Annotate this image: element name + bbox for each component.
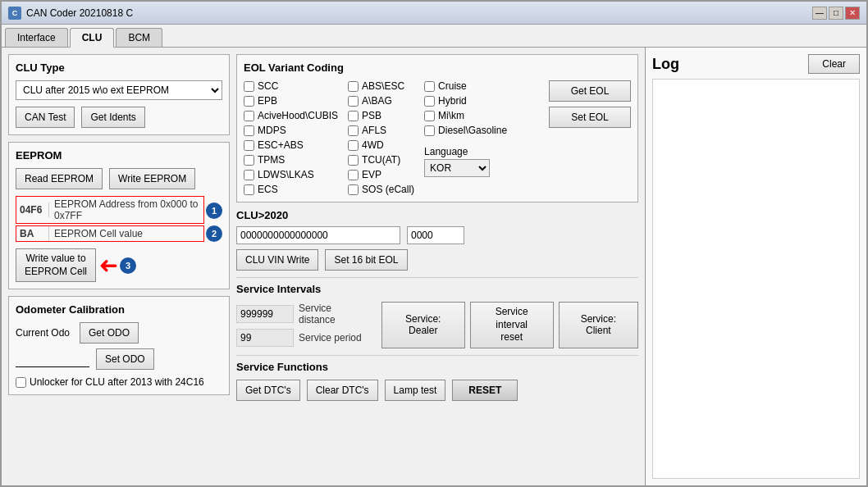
unlocker-checkbox-row: Unlocker for CLU after 2013 with 24C16 xyxy=(16,376,222,388)
clear-dtc-button[interactable]: Clear DTC's xyxy=(307,380,378,401)
title-bar: C CAN Coder 20210818 C — □ ✕ xyxy=(2,2,866,25)
maximize-button[interactable]: □ xyxy=(829,7,843,20)
service-interval-reset-button[interactable]: Service interval reset xyxy=(470,302,554,348)
language-section: Language KOR ENG xyxy=(424,146,507,177)
get-dtc-button[interactable]: Get DTC's xyxy=(236,380,300,401)
service-dealer-button[interactable]: Service: Dealer xyxy=(381,302,465,348)
eol-item-mikm: Mi\km xyxy=(424,110,507,121)
reset-button[interactable]: RESET xyxy=(452,380,518,401)
cb-tpms[interactable] xyxy=(244,155,254,166)
service-period-label: Service period xyxy=(299,332,362,344)
cb-abag[interactable] xyxy=(348,96,359,107)
set-eol-button[interactable]: Set EOL xyxy=(549,107,631,128)
eol-col3: Cruise Hybrid Mi\km Diesel\Gasoline Lang… xyxy=(424,80,507,195)
eol-item-evp: EVP xyxy=(348,169,414,180)
cb-evp[interactable] xyxy=(348,170,359,180)
cb-ecs[interactable] xyxy=(244,184,254,195)
eol-col2: ABS\ESC A\BAG PSB AFLS 4WD TCU(AT) EVP S… xyxy=(348,80,414,195)
cb-mdps[interactable] xyxy=(244,125,254,136)
right-column: EOL Variant Coding SCC EPB AciveHood\CUB… xyxy=(236,54,638,479)
title-buttons: — □ ✕ xyxy=(812,7,860,20)
eol-item-escabs: ESC+ABS xyxy=(244,139,338,151)
window-title: CAN Coder 20210818 C xyxy=(26,7,133,19)
odo-value-input[interactable] xyxy=(16,352,89,367)
cb-afls[interactable] xyxy=(348,125,359,136)
cb-absesc[interactable] xyxy=(348,81,359,92)
log-panel: Log Clear xyxy=(645,48,866,485)
language-dropdown[interactable]: KOR ENG xyxy=(424,159,490,177)
clu-type-dropdown[interactable]: CLU after 2015 w\o ext EEPROM xyxy=(16,80,222,100)
eol-section: EOL Variant Coding SCC EPB AciveHood\CUB… xyxy=(236,54,638,203)
clu2020-vin-input[interactable] xyxy=(236,226,400,244)
eol-item-hybrid: Hybrid xyxy=(424,95,507,107)
get-eol-button[interactable]: Get EOL xyxy=(549,80,631,102)
service-intervals-section: Service Intervals Service distance Servi… xyxy=(236,283,638,348)
read-eeprom-button[interactable]: Read EEPROM xyxy=(16,168,103,189)
service-client-button[interactable]: Service: Client xyxy=(559,302,638,348)
clu2020-btn-row: CLU VIN Write Set 16 bit EOL xyxy=(236,249,638,271)
get-odo-button[interactable]: Get ODO xyxy=(80,322,139,344)
title-bar-left: C CAN Coder 20210818 C xyxy=(8,7,133,20)
log-area[interactable] xyxy=(652,79,860,479)
tab-interface[interactable]: Interface xyxy=(5,28,68,47)
cb-sos[interactable] xyxy=(348,184,359,195)
clear-log-button[interactable]: Clear xyxy=(808,54,860,74)
lamp-test-button[interactable]: Lamp test xyxy=(385,380,446,401)
service-intervals-title: Service Intervals xyxy=(236,283,638,295)
eeprom-desc1: EEPROM Address from 0x000 to 0x7FF xyxy=(49,197,203,223)
eol-item-afls: AFLS xyxy=(348,125,414,136)
tab-clu[interactable]: CLU xyxy=(70,28,115,48)
eol-item-cruise: Cruise xyxy=(424,80,507,92)
eol-item-4wd: 4WD xyxy=(348,139,414,151)
unlocker-checkbox[interactable] xyxy=(16,377,26,388)
cb-hybrid[interactable] xyxy=(424,96,435,107)
set-odo-button[interactable]: Set ODO xyxy=(96,348,154,370)
can-test-button[interactable]: CAN Test xyxy=(16,107,75,128)
cb-tcuat[interactable] xyxy=(348,155,359,166)
cb-diesel[interactable] xyxy=(424,125,435,136)
get-idents-button[interactable]: Get Idents xyxy=(81,107,144,128)
eeprom-row1: 04F6 EEPROM Address from 0x000 to 0x7FF xyxy=(16,196,204,224)
current-odo-label: Current Odo xyxy=(16,327,73,339)
eol-item-psb: PSB xyxy=(348,110,414,121)
minimize-button[interactable]: — xyxy=(812,7,827,20)
cb-escabs[interactable] xyxy=(244,140,254,151)
cb-acivehood[interactable] xyxy=(244,111,254,121)
eol-columns: SCC EPB AciveHood\CUBIS MDPS ESC+ABS TPM… xyxy=(244,80,542,195)
eol-item-abag: A\BAG xyxy=(348,95,414,107)
cb-ldws[interactable] xyxy=(244,170,254,180)
clu2020-small-input[interactable] xyxy=(407,226,464,244)
write-eeprom-button[interactable]: Write EEPROM xyxy=(109,168,195,189)
eeprom-addr1: 04F6 xyxy=(16,203,49,217)
cb-scc[interactable] xyxy=(244,81,254,92)
tab-bcm[interactable]: BCM xyxy=(116,28,162,47)
distance-row: Service distance xyxy=(236,303,368,325)
cb-4wd[interactable] xyxy=(348,140,359,151)
clu-type-title: CLU Type xyxy=(16,61,222,74)
eol-item-ldws: LDWS\LKAS xyxy=(244,169,338,180)
service-functions-title: Service Functions xyxy=(236,361,638,373)
cb-cruise[interactable] xyxy=(424,81,435,92)
cb-psb[interactable] xyxy=(348,111,359,121)
eeprom-badge3: 3 xyxy=(120,257,136,274)
service-functions-btns: Get DTC's Clear DTC's Lamp test RESET xyxy=(236,380,638,401)
main-window: C CAN Coder 20210818 C — □ ✕ Interface C… xyxy=(0,0,868,487)
cb-mikm[interactable] xyxy=(424,111,435,121)
clu-vin-write-button[interactable]: CLU VIN Write xyxy=(236,249,318,271)
cb-epb[interactable] xyxy=(244,96,254,107)
eol-title: EOL Variant Coding xyxy=(244,61,631,74)
eeprom-rows: 04F6 EEPROM Address from 0x000 to 0x7FF … xyxy=(16,196,222,242)
divider2 xyxy=(236,355,638,356)
eol-item-acivehood: AciveHood\CUBIS xyxy=(244,110,338,121)
eol-item-absesc: ABS\ESC xyxy=(348,80,414,92)
eol-item-epb: EPB xyxy=(244,95,338,107)
set-16bit-eol-button[interactable]: Set 16 bit EOL xyxy=(325,249,407,271)
app-icon: C xyxy=(8,7,21,20)
write-cell-row: Write value to EEPROM Cell ➜ 3 xyxy=(16,248,222,282)
eol-item-mdps: MDPS xyxy=(244,125,338,136)
close-button[interactable]: ✕ xyxy=(845,7,860,20)
log-header: Log Clear xyxy=(652,54,860,74)
eeprom-title: EEPROM xyxy=(16,149,222,162)
write-cell-button[interactable]: Write value to EEPROM Cell xyxy=(16,248,96,282)
log-title: Log xyxy=(652,56,679,73)
